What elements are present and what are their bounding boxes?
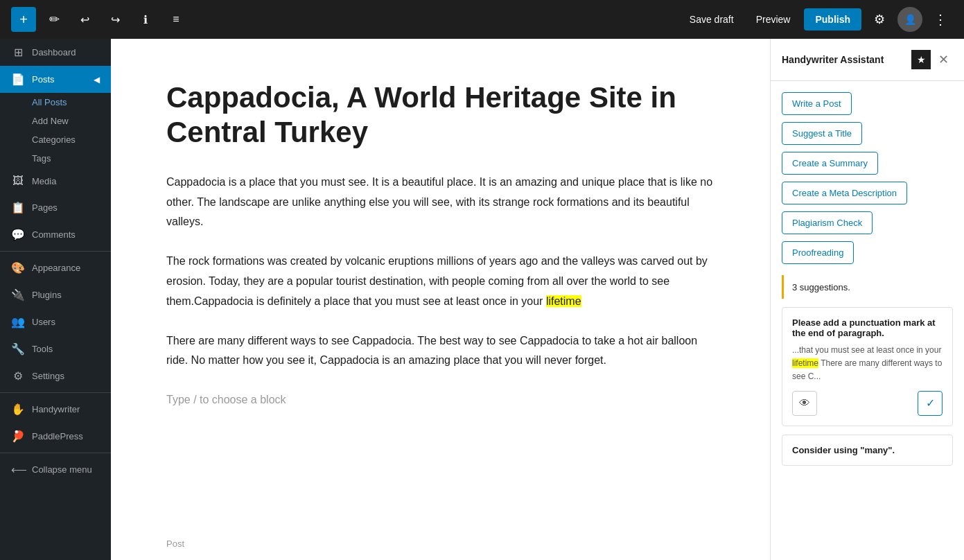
list-view-button[interactable]: ≡ bbox=[164, 7, 189, 32]
paragraph-1: Cappadocia is a place that you must see.… bbox=[166, 173, 715, 232]
toolbar: + ✏ ↩ ↪ ℹ ≡ Save draft Preview Publish ⚙… bbox=[0, 0, 964, 39]
sidebar-item-comments-label: Comments bbox=[32, 229, 76, 240]
tools-icon: 🔧 bbox=[11, 342, 25, 356]
add-block-button[interactable]: + bbox=[11, 7, 36, 32]
sidebar-subitem-all-posts[interactable]: All Posts bbox=[0, 93, 111, 112]
plugins-icon: 🔌 bbox=[11, 288, 25, 301]
posts-icon: 📄 bbox=[11, 73, 25, 86]
suggestion-1-actions: 👁 ✓ bbox=[792, 391, 943, 416]
sidebar-item-comments[interactable]: 💬 Comments bbox=[0, 221, 111, 248]
post-title[interactable]: Cappadocia, A World Heritage Site in Cen… bbox=[166, 80, 715, 150]
separator2 bbox=[0, 392, 111, 393]
consider-title: Consider using "many". bbox=[792, 445, 943, 455]
suggestion-card-1: Please add a punctuation mark at the end… bbox=[782, 307, 953, 426]
sidebar-subitem-tags[interactable]: Tags bbox=[0, 149, 111, 168]
highlighted-word: lifetime bbox=[546, 295, 581, 307]
sidebar-subitem-categories[interactable]: Categories bbox=[0, 130, 111, 149]
sidebar-item-dashboard-label: Dashboard bbox=[32, 47, 76, 58]
sidebar-item-pages[interactable]: 📋 Pages bbox=[0, 194, 111, 221]
edit-mode-button[interactable]: ✏ bbox=[42, 7, 67, 32]
panel-title: Handywriter Assistant bbox=[782, 54, 884, 65]
sidebar-item-users[interactable]: 👥 Users bbox=[0, 308, 111, 335]
consider-card: Consider using "many". bbox=[782, 435, 953, 466]
paddlepress-icon: 🏓 bbox=[11, 430, 25, 443]
write-post-button[interactable]: Write a Post bbox=[782, 92, 852, 115]
publish-button[interactable]: Publish bbox=[804, 8, 861, 30]
sidebar-subitem-add-new[interactable]: Add New bbox=[0, 112, 111, 130]
sidebar-item-users-label: Users bbox=[32, 317, 55, 327]
sidebar-item-plugins-label: Plugins bbox=[32, 290, 62, 300]
panel-header-actions: ★ ✕ bbox=[911, 50, 953, 69]
settings-icon: ⚙ bbox=[11, 369, 25, 383]
sidebar-item-appearance-label: Appearance bbox=[32, 263, 80, 273]
paragraph-2: The rock formations was created by volca… bbox=[166, 252, 715, 311]
sidebar-item-settings[interactable]: ⚙ Settings bbox=[0, 362, 111, 390]
sidebar-item-handywriter[interactable]: ✋ Handywriter bbox=[0, 396, 111, 423]
suggestion-1-excerpt: ...that you must see at least once in yo… bbox=[792, 344, 943, 384]
post-footer: Post bbox=[166, 539, 184, 549]
post-body: Cappadocia is a place that you must see.… bbox=[166, 173, 715, 410]
proofreading-button[interactable]: Proofreading bbox=[782, 241, 854, 264]
appearance-icon: 🎨 bbox=[11, 261, 25, 274]
redo-button[interactable]: ↪ bbox=[103, 7, 128, 32]
panel-close-button[interactable]: ✕ bbox=[934, 50, 953, 69]
sidebar-item-posts-label: Posts bbox=[32, 74, 55, 85]
proofreading-section: 3 suggestions. Please add a punctuation … bbox=[771, 275, 964, 477]
block-placeholder[interactable]: Type / to choose a block bbox=[166, 390, 715, 410]
suggest-title-button[interactable]: Suggest a Title bbox=[782, 122, 862, 145]
panel-header: Handywriter Assistant ★ ✕ bbox=[771, 39, 964, 81]
categories-label: Categories bbox=[32, 134, 76, 145]
info-button[interactable]: ℹ bbox=[133, 7, 158, 32]
toolbar-right: Save draft Preview Publish ⚙ 👤 ⋮ bbox=[681, 7, 953, 32]
suggestions-count: 3 suggestions. bbox=[792, 282, 850, 292]
separator3 bbox=[0, 453, 111, 453]
panel-star-button[interactable]: ★ bbox=[911, 50, 931, 69]
add-new-label: Add New bbox=[32, 116, 69, 126]
sidebar-item-media[interactable]: 🖼 Media bbox=[0, 168, 111, 194]
sidebar-item-pages-label: Pages bbox=[32, 202, 58, 213]
undo-button[interactable]: ↩ bbox=[72, 7, 97, 32]
all-posts-label: All Posts bbox=[32, 97, 67, 107]
sidebar-item-settings-label: Settings bbox=[32, 371, 64, 381]
sidebar-item-tools-label: Tools bbox=[32, 344, 53, 354]
separator1 bbox=[0, 251, 111, 252]
right-panel: Handywriter Assistant ★ ✕ Write a Post S… bbox=[770, 39, 964, 560]
settings-button[interactable]: ⚙ bbox=[867, 7, 892, 32]
editor-area[interactable]: Cappadocia, A World Heritage Site in Cen… bbox=[111, 39, 770, 560]
pages-icon: 📋 bbox=[11, 201, 25, 214]
create-meta-button[interactable]: Create a Meta Description bbox=[782, 182, 907, 204]
sidebar-item-paddlepress-label: PaddlePress bbox=[32, 431, 83, 441]
sidebar-item-collapse[interactable]: ⟵ Collapse menu bbox=[0, 456, 111, 483]
sidebar-item-handywriter-label: Handywriter bbox=[32, 404, 80, 414]
collapse-icon: ⟵ bbox=[11, 463, 25, 476]
main-layout: ⊞ Dashboard 📄 Posts ◀ All Posts Add New … bbox=[0, 39, 964, 560]
media-icon: 🖼 bbox=[11, 175, 25, 187]
suggestion-1-title: Please add a punctuation mark at the end… bbox=[792, 317, 943, 338]
paragraph-3: There are many different ways to see Cap… bbox=[166, 331, 715, 371]
tags-label: Tags bbox=[32, 153, 51, 164]
preview-button[interactable]: Preview bbox=[748, 10, 799, 29]
sidebar-item-paddlepress[interactable]: 🏓 PaddlePress bbox=[0, 423, 111, 450]
avatar-button[interactable]: 👤 bbox=[897, 7, 922, 32]
sidebar-item-appearance[interactable]: 🎨 Appearance bbox=[0, 254, 111, 281]
comments-icon: 💬 bbox=[11, 228, 25, 241]
sidebar: ⊞ Dashboard 📄 Posts ◀ All Posts Add New … bbox=[0, 39, 111, 560]
save-draft-button[interactable]: Save draft bbox=[681, 10, 742, 29]
users-icon: 👥 bbox=[11, 315, 25, 329]
create-summary-button[interactable]: Create a Summary bbox=[782, 152, 878, 175]
sidebar-item-plugins[interactable]: 🔌 Plugins bbox=[0, 281, 111, 308]
suggestion-accept-button[interactable]: ✓ bbox=[918, 391, 943, 416]
more-options-button[interactable]: ⋮ bbox=[928, 7, 953, 32]
sidebar-item-media-label: Media bbox=[32, 176, 56, 186]
sidebar-item-dashboard[interactable]: ⊞ Dashboard bbox=[0, 39, 111, 66]
suggestion-highlight: lifetime bbox=[792, 358, 818, 368]
plagiarism-check-button[interactable]: Plagiarism Check bbox=[782, 211, 873, 234]
panel-buttons: Write a Post Suggest a Title Create a Su… bbox=[771, 81, 964, 275]
dashboard-icon: ⊞ bbox=[11, 46, 25, 59]
suggestion-eye-button[interactable]: 👁 bbox=[792, 391, 817, 416]
handywriter-icon: ✋ bbox=[11, 403, 25, 416]
toolbar-left: + ✏ ↩ ↪ ℹ ≡ bbox=[11, 7, 189, 32]
sidebar-item-posts[interactable]: 📄 Posts ◀ bbox=[0, 66, 111, 93]
sidebar-item-tools[interactable]: 🔧 Tools bbox=[0, 335, 111, 362]
suggestions-bar: 3 suggestions. bbox=[782, 275, 953, 299]
